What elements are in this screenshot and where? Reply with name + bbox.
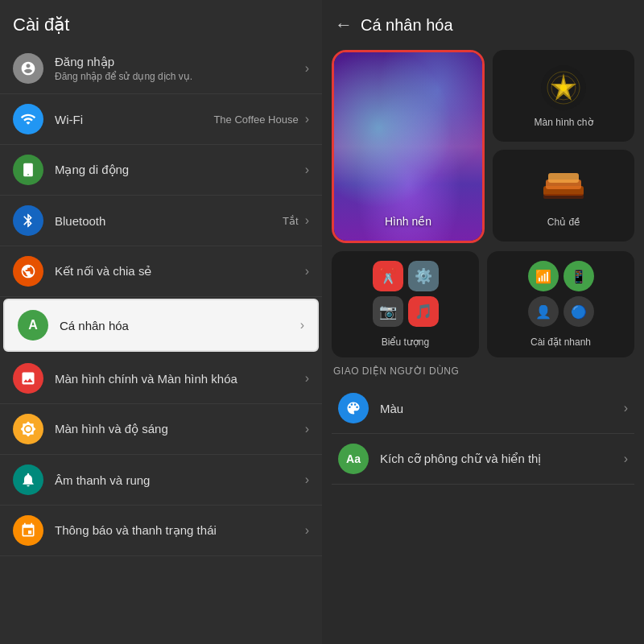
- persona-chevron-font: ›: [624, 452, 628, 466]
- item-icon-wifi: [13, 104, 43, 134]
- item-title-screens: Màn hình chính và Màn hình khóa: [55, 372, 305, 386]
- settings-item-wifi[interactable]: Wi-Fi The Coffee House ›: [0, 94, 322, 145]
- item-icon-screens: [13, 363, 43, 394]
- wallpaper-card[interactable]: Hình nền: [332, 50, 485, 243]
- item-chevron-sound: ›: [305, 473, 309, 487]
- item-text-wifi: Wi-Fi: [55, 113, 213, 126]
- app-icon-4: 🎵: [408, 296, 439, 327]
- item-title-connections: Kết nối và chia sẻ: [55, 264, 305, 279]
- item-icon-mobile: [13, 155, 43, 185]
- item-text-sound: Âm thanh và rung: [55, 473, 305, 487]
- theme-visual: [539, 163, 588, 212]
- settings-item-personalize[interactable]: A Cá nhân hóa ›: [3, 299, 319, 352]
- item-icon-notifications: [13, 515, 43, 546]
- settings-item-notifications[interactable]: Thông báo và thanh trạng thái ›: [0, 506, 322, 556]
- item-title-personalize: Cá nhân hóa: [60, 319, 300, 332]
- top-row: Hình nền: [332, 50, 634, 243]
- svg-rect-6: [548, 173, 579, 183]
- item-title-wifi: Wi-Fi: [55, 113, 213, 126]
- personalize-right-panel: ← Cá nhân hóa Hình nền: [322, 0, 644, 644]
- item-text-login: Đăng nhập Đăng nhập để sử dụng dịch vụ.: [55, 55, 305, 82]
- section-label: GIAO DIỆN NGƯỜI DÙNG: [333, 365, 634, 377]
- app-icon-3: 📷: [373, 296, 403, 327]
- item-icon-brightness: [13, 414, 43, 444]
- icons-row: ✂️ ⚙️ 📷 🎵 Biểu tượng 📶 📱 👤 🔵 Cài đặt nha…: [332, 251, 634, 357]
- settings-item-screens[interactable]: Màn hình chính và Màn hình khóa ›: [0, 353, 322, 404]
- right-panel-title: Cá nhân hóa: [361, 16, 453, 35]
- qs-signal: 📱: [564, 261, 594, 291]
- item-text-screens: Màn hình chính và Màn hình khóa: [55, 372, 305, 386]
- lock-screen-visual: [539, 64, 588, 112]
- back-button[interactable]: ←: [335, 14, 353, 35]
- item-chevron-notifications: ›: [305, 523, 309, 538]
- right-side-cards: Màn hình chờ Chủ đề: [493, 50, 634, 243]
- persona-title-color: Màu: [380, 402, 624, 415]
- app-icon-1: ✂️: [373, 261, 403, 291]
- icons-card[interactable]: ✂️ ⚙️ 📷 🎵 Biểu tượng: [332, 251, 479, 357]
- app-icon-2: ⚙️: [408, 261, 439, 291]
- settings-left-panel: Cài đặt Đăng nhập Đăng nhập để sử dụng d…: [0, 0, 322, 644]
- item-text-brightness: Màn hình và độ sáng: [55, 422, 305, 436]
- quick-settings-card[interactable]: 📶 📱 👤 🔵 Cài đặt nhanh: [487, 251, 634, 357]
- item-text-mobile: Mạng di động: [55, 163, 305, 177]
- item-title-brightness: Màn hình và độ sáng: [55, 422, 305, 436]
- item-chevron-wifi: ›: [305, 112, 309, 126]
- item-title-login: Đăng nhập: [55, 55, 305, 69]
- settings-item-brightness[interactable]: Màn hình và độ sáng ›: [0, 404, 322, 455]
- settings-item-connections[interactable]: Kết nối và chia sẻ ›: [0, 246, 322, 297]
- app-icons-grid: ✂️ ⚙️ 📷 🎵: [373, 261, 439, 327]
- item-icon-sound: [13, 464, 43, 495]
- wallpaper-label: Hình nền: [385, 215, 431, 228]
- item-chevron-brightness: ›: [305, 422, 309, 436]
- item-icon-bluetooth: [13, 205, 43, 236]
- svg-point-3: [560, 85, 567, 91]
- settings-item-login[interactable]: Đăng nhập Đăng nhập để sử dụng dịch vụ. …: [0, 43, 322, 94]
- settings-list: Đăng nhập Đăng nhập để sử dụng dịch vụ. …: [0, 43, 322, 556]
- item-title-sound: Âm thanh và rung: [55, 473, 305, 487]
- item-title-mobile: Mạng di động: [55, 163, 305, 177]
- item-icon-connections: [13, 256, 43, 287]
- qs-person: 👤: [528, 296, 559, 327]
- item-status-bluetooth: Tắt: [283, 215, 299, 227]
- qs-grid: 📶 📱 👤 🔵: [528, 261, 594, 327]
- svg-rect-7: [543, 194, 584, 199]
- item-status-wifi: The Coffee House: [213, 114, 298, 126]
- item-subtitle-login: Đăng nhập để sử dụng dịch vụ.: [55, 71, 305, 82]
- right-content: Hình nền: [322, 43, 644, 644]
- item-chevron-mobile: ›: [305, 163, 309, 177]
- lock-screen-label: Màn hình chờ: [534, 117, 592, 128]
- item-text-connections: Kết nối và chia sẻ: [55, 264, 305, 279]
- item-text-bluetooth: Bluetooth: [55, 214, 283, 228]
- persona-item-color[interactable]: Màu ›: [332, 383, 634, 434]
- item-title-notifications: Thông báo và thanh trạng thái: [55, 523, 305, 538]
- persona-item-font[interactable]: Aa Kích cỡ phông chữ và hiển thị ›: [332, 434, 634, 485]
- item-text-notifications: Thông báo và thanh trạng thái: [55, 523, 305, 538]
- settings-header: Cài đặt: [0, 0, 322, 43]
- persona-chevron-color: ›: [624, 401, 628, 415]
- settings-item-mobile[interactable]: Mạng di động ›: [0, 145, 322, 196]
- item-chevron-connections: ›: [305, 264, 309, 279]
- item-chevron-personalize: ›: [300, 318, 304, 332]
- quick-settings-label: Cài đặt nhanh: [530, 336, 591, 348]
- item-icon-personalize: A: [18, 310, 48, 341]
- qs-bt: 🔵: [564, 296, 594, 327]
- icons-label: Biểu tượng: [382, 336, 429, 348]
- item-icon-login: [13, 53, 43, 84]
- item-chevron-bluetooth: ›: [305, 213, 309, 228]
- persona-list: Màu › Aa Kích cỡ phông chữ và hiển thị ›: [332, 383, 634, 485]
- settings-item-bluetooth[interactable]: Bluetooth Tắt ›: [0, 196, 322, 246]
- item-title-bluetooth: Bluetooth: [55, 214, 283, 228]
- item-chevron-login: ›: [305, 61, 309, 76]
- persona-title-font: Kích cỡ phông chữ và hiển thị: [380, 452, 624, 466]
- persona-icon-color: [338, 393, 369, 423]
- item-text-personalize: Cá nhân hóa: [60, 319, 300, 332]
- theme-label: Chủ đề: [547, 217, 580, 228]
- qs-wifi: 📶: [528, 261, 559, 291]
- lock-screen-card[interactable]: Màn hình chờ: [493, 50, 634, 142]
- settings-item-sound[interactable]: Âm thanh và rung ›: [0, 455, 322, 506]
- right-header: ← Cá nhân hóa: [322, 0, 644, 43]
- item-chevron-screens: ›: [305, 371, 309, 386]
- persona-icon-font: Aa: [338, 444, 369, 474]
- theme-card[interactable]: Chủ đề: [493, 150, 634, 242]
